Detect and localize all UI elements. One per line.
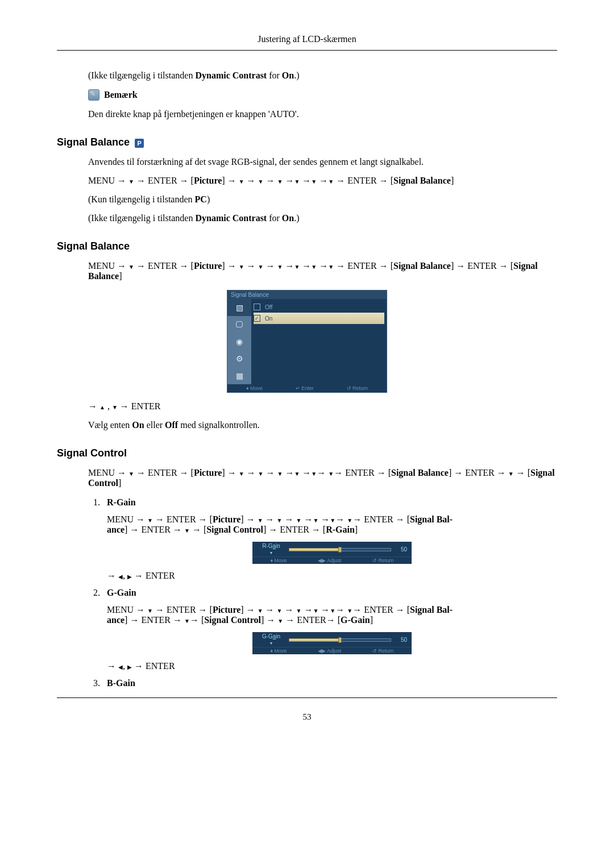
rgain-slider-bar xyxy=(289,546,391,552)
signal-control-nav: MENU → ▼ → ENTER → [Picture] → ▼ → ▼ → ▼… xyxy=(88,468,557,488)
section-signal-balance-1: Signal Balance P xyxy=(57,136,557,148)
rgain-slider-figure: R-Gain▼ 50 ♦ Move ◀▶ Adjust ↺ Return xyxy=(252,542,412,564)
osd-side-icon-2: 🖵 xyxy=(227,316,251,333)
ggain-nav: MENU → ▼ → ENTER → [Picture] → ▼ → ▼ → ▼… xyxy=(107,605,557,625)
note-icon xyxy=(88,89,99,101)
list-item-ggain: G-Gain MENU → ▼ → ENTER → [Picture] → ▼ … xyxy=(102,588,557,671)
osd-side-icon-4: ⚙ xyxy=(227,350,251,367)
rgain-post-nav: → ◀, ▶ → ENTER xyxy=(107,571,557,581)
rgain-slider-value: 50 xyxy=(395,546,407,553)
gain-list: R-Gain MENU → ▼ → ENTER → [Picture] → ▼ … xyxy=(88,497,557,688)
osd-sidebar: ▧ 🖵 ◉ ⚙ ▦ xyxy=(227,299,251,384)
signal-balance-nav-2: MENU → ▼ → ENTER → [Picture] → ▼ → ▼ → ▼… xyxy=(88,261,557,281)
bottom-rule xyxy=(57,697,557,698)
osd-title: Signal Balance xyxy=(227,290,387,299)
page-header-title: Justering af LCD-skærmen xyxy=(57,34,557,44)
ggain-slider-footer: ♦ Move ◀▶ Adjust ↺ Return xyxy=(252,647,412,654)
list-item-bgain: B-Gain xyxy=(102,678,557,688)
signal-balance-desc: Anvendes til forstærkning af det svage R… xyxy=(88,157,557,167)
list-item-rgain: R-Gain MENU → ▼ → ENTER → [Picture] → ▼ … xyxy=(102,497,557,581)
content-area: (Ikke tilgængelig i tilstanden Dynamic C… xyxy=(57,70,557,688)
ggain-slider-figure: G-Gain▼ 50 ♦ Move ◀▶ Adjust ↺ Return xyxy=(252,632,412,654)
signal-balance-post-nav: → ▲ , ▼ → ENTER xyxy=(88,401,557,412)
osd-option-on: ✓On xyxy=(254,313,384,324)
ggain-slider-label: G-Gain▼ xyxy=(257,633,285,646)
section-signal-balance-2: Signal Balance xyxy=(57,240,557,252)
ggain-slider-bar xyxy=(289,637,391,642)
pc-only-note: (Kun tilgængelig i tilstanden PC) xyxy=(88,194,557,205)
note-line: Bemærk xyxy=(88,89,557,101)
not-available-dc-2: (Ikke tilgængelig i tilstanden Dynamic C… xyxy=(88,213,557,223)
osd-side-icon-5: ▦ xyxy=(227,367,251,384)
select-on-off: Vælg enten On eller Off med signalkontro… xyxy=(88,420,557,430)
rgain-nav: MENU → ▼ → ENTER → [Picture] → ▼ → ▼ → ▼… xyxy=(107,514,557,535)
section-signal-control: Signal Control xyxy=(57,447,557,459)
osd-signal-balance-figure: Signal Balance ▧ 🖵 ◉ ⚙ ▦ Off ✓On ♦ Move … xyxy=(227,290,387,393)
osd-side-icon-3: ◉ xyxy=(227,333,251,350)
signal-balance-nav-1: MENU → ▼ → ENTER → [Picture] → ▼ → ▼ → ▼… xyxy=(88,176,557,186)
rgain-slider-label: R-Gain▼ xyxy=(257,543,285,555)
osd-side-icon-picture: ▧ xyxy=(227,299,251,316)
rgain-slider-footer: ♦ Move ◀▶ Adjust ↺ Return xyxy=(252,556,412,564)
ggain-slider-value: 50 xyxy=(395,637,407,643)
auto-remote-note: Den direkte knap på fjernbetjeningen er … xyxy=(88,109,557,119)
note-label: Bemærk xyxy=(104,90,138,99)
not-available-dc: (Ikke tilgængelig i tilstanden Dynamic C… xyxy=(88,70,557,81)
top-rule xyxy=(57,50,557,51)
ggain-post-nav: → ◀, ▶ → ENTER xyxy=(107,661,557,671)
osd-option-off: Off xyxy=(254,301,384,313)
page-number: 53 xyxy=(57,712,557,722)
p-icon: P xyxy=(135,139,144,148)
osd-bottom-bar: ♦ Move ↵ Enter ↺ Return xyxy=(227,384,387,392)
